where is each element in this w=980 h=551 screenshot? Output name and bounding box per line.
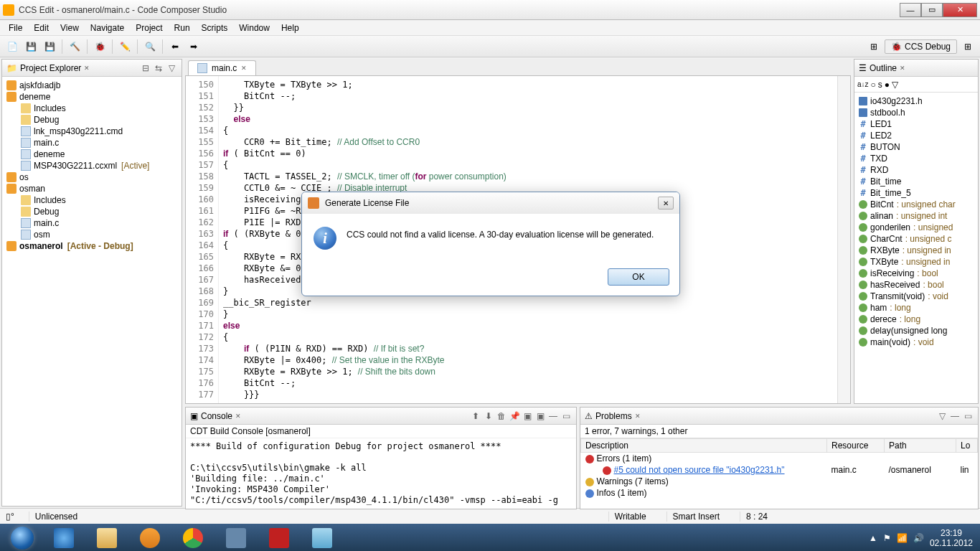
outline-item[interactable]: #BUTON	[857, 141, 975, 153]
overview-ruler[interactable]	[837, 76, 850, 403]
sort-icon[interactable]: a↓z	[857, 80, 869, 88]
outline-item[interactable]: RXByte : unsigned in	[857, 245, 975, 256]
outline-item[interactable]: Transmit(void) : void	[857, 291, 975, 302]
debug-button[interactable]: 🐞	[92, 39, 108, 55]
scroll-down-icon[interactable]: ⬇	[483, 410, 494, 422]
outline-item[interactable]: io430g2231.h	[857, 95, 975, 107]
search-button[interactable]: 🔍	[142, 39, 158, 55]
new-button[interactable]: 📄	[4, 39, 20, 55]
tree-item[interactable]: main.c	[5, 137, 179, 149]
link-editor-icon[interactable]: ⇆	[153, 62, 164, 74]
outline-item[interactable]: #LED2	[857, 130, 975, 141]
menu-help[interactable]: Help	[275, 22, 305, 34]
tree-item[interactable]: MSP430G2211.ccxml [Active]	[5, 160, 179, 171]
menu-file[interactable]: File	[3, 22, 28, 34]
tree-item[interactable]: Debug	[5, 206, 179, 217]
maximize-button[interactable]: ▭	[921, 3, 943, 17]
maximize-icon[interactable]: ▭	[962, 410, 974, 422]
taskbar-ie[interactable]	[43, 525, 85, 551]
forward-button[interactable]: ➡	[186, 39, 202, 55]
flag-icon[interactable]: ⚑	[883, 533, 891, 543]
filter-icon[interactable]: ▽	[892, 80, 898, 90]
outline-item[interactable]: #Bit_time_5	[857, 187, 975, 199]
open-perspective-button[interactable]: ⊞	[866, 39, 882, 55]
menu-view[interactable]: View	[55, 22, 85, 34]
tree-item[interactable]: lnk_msp430g2211.cmd	[5, 126, 179, 137]
collapse-all-icon[interactable]: ⊟	[140, 62, 151, 74]
tree-item[interactable]: deneme	[5, 149, 179, 160]
problem-row[interactable]: Errors (1 item)	[581, 453, 978, 465]
taskbar-pdf[interactable]	[258, 525, 300, 551]
outline-item[interactable]: CharCnt : unsigned c	[857, 233, 975, 245]
save-button[interactable]: 💾	[23, 39, 39, 55]
outline-item[interactable]: ham : long	[857, 302, 975, 314]
taskbar-paint[interactable]	[301, 525, 343, 551]
menu-edit[interactable]: Edit	[28, 22, 55, 34]
view-close-icon[interactable]: ✕	[900, 65, 905, 72]
network-icon[interactable]: 📶	[897, 533, 908, 543]
outline-item[interactable]: #TXD	[857, 153, 975, 164]
ok-button[interactable]: OK	[608, 268, 669, 286]
menu-scripts[interactable]: Scripts	[196, 22, 234, 34]
col-description[interactable]: Description	[581, 439, 827, 453]
outline-item[interactable]: BitCnt : unsigned char	[857, 199, 975, 210]
close-button[interactable]: ✕	[943, 3, 977, 17]
perspective-ccs-debug[interactable]: 🐞 CCS Debug	[885, 39, 957, 54]
open-console-icon[interactable]: ▣	[534, 410, 546, 422]
view-close-icon[interactable]: ✕	[235, 413, 241, 420]
outline-item[interactable]: #RXD	[857, 164, 975, 176]
problem-row[interactable]: Infos (1 item)	[581, 487, 978, 499]
col-path[interactable]: Path	[885, 439, 956, 453]
outline-item[interactable]: TXByte : unsigned in	[857, 256, 975, 268]
view-menu-icon[interactable]: ▽	[166, 62, 177, 74]
tree-item[interactable]: ajskfdıadjb	[5, 80, 179, 91]
dialog-titlebar[interactable]: Generate License File ✕	[302, 192, 679, 214]
outline-item[interactable]: main(void) : void	[857, 336, 975, 348]
tree-item[interactable]: deneme	[5, 91, 179, 103]
hide-static-icon[interactable]: s	[878, 80, 882, 90]
outline-item[interactable]: #LED1	[857, 118, 975, 130]
outline-item[interactable]: gonderilen : unsigned	[857, 222, 975, 233]
console-output[interactable]: **** Build of configuration Debug for pr…	[186, 438, 576, 509]
minimize-icon[interactable]: —	[949, 410, 961, 422]
outline-item[interactable]: stdbool.h	[857, 107, 975, 118]
build-button[interactable]: 🔨	[67, 39, 83, 55]
tree-item[interactable]: Includes	[5, 103, 179, 114]
maximize-icon[interactable]: ▭	[560, 410, 572, 422]
tree-item[interactable]: osmanerol [Active - Debug]	[5, 240, 179, 252]
problem-row[interactable]: Warnings (7 items)	[581, 476, 978, 487]
view-close-icon[interactable]: ✕	[84, 65, 90, 72]
tray-arrow-icon[interactable]: ▲	[869, 533, 877, 543]
pin-console-icon[interactable]: 📌	[509, 410, 520, 422]
view-menu-icon[interactable]: ▽	[936, 410, 948, 422]
menu-project[interactable]: Project	[130, 22, 168, 34]
hide-nonpublic-icon[interactable]: ●	[885, 80, 890, 90]
back-button[interactable]: ⬅	[167, 39, 183, 55]
problem-row[interactable]: #5 could not open source file "io430g223…	[581, 464, 978, 476]
volume-icon[interactable]: 🔊	[913, 533, 924, 543]
taskbar-media[interactable]	[129, 525, 171, 551]
scroll-up-icon[interactable]: ⬆	[470, 410, 481, 422]
dialog-close-button[interactable]: ✕	[658, 197, 674, 209]
outline-item[interactable]: delay(unsigned long	[857, 325, 975, 336]
perspective-other[interactable]: ⊞	[960, 39, 976, 55]
project-tree[interactable]: ajskfdıadjbdenemeIncludesDebuglnk_msp430…	[2, 77, 182, 506]
problems-table[interactable]: Description Resource Path Lo Errors (1 i…	[580, 438, 978, 499]
outline-item[interactable]: isReceiving : bool	[857, 268, 975, 279]
outline-tree[interactable]: io430g2231.hstdbool.h#LED1#LED2#BUTON#TX…	[854, 93, 978, 403]
tree-item[interactable]: osm	[5, 229, 179, 240]
system-tray[interactable]: ▲ ⚑ 📶 🔊 23:19 02.11.2012	[864, 528, 977, 548]
outline-item[interactable]: derece : long	[857, 314, 975, 325]
menu-navigate[interactable]: Navigate	[85, 22, 130, 34]
minimize-button[interactable]: —	[900, 3, 921, 17]
display-console-icon[interactable]: ▣	[522, 410, 533, 422]
tab-close-icon[interactable]: ✕	[241, 65, 247, 72]
taskbar-vbox[interactable]	[215, 525, 257, 551]
tree-item[interactable]: main.c	[5, 217, 179, 229]
outline-item[interactable]: hasReceived : bool	[857, 279, 975, 291]
editor-tab-main-c[interactable]: main.c ✕	[188, 60, 256, 75]
tree-item[interactable]: Debug	[5, 114, 179, 126]
clock[interactable]: 23:19 02.11.2012	[930, 528, 973, 548]
menu-run[interactable]: Run	[169, 22, 196, 34]
taskbar-chrome[interactable]	[172, 525, 214, 551]
